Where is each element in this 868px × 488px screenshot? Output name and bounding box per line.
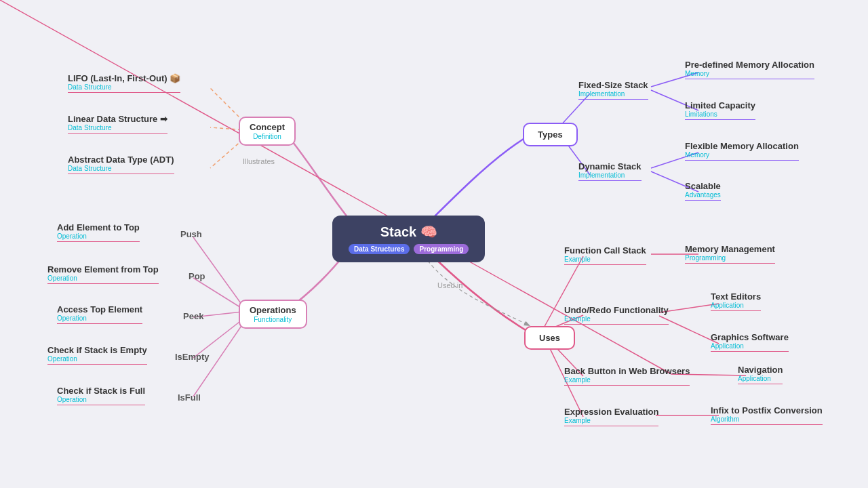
concept-sub: Definition — [250, 133, 285, 140]
leaf-peek: Access Top Element Operation — [57, 304, 142, 324]
memory-mgmt-sub: Programming — [685, 254, 726, 262]
leaf-graphics: Graphics Software Application — [711, 332, 789, 352]
undo-redo-sub: Example — [564, 315, 591, 323]
isempty-sub: Operation — [47, 355, 77, 363]
predefined-sub: Memory — [685, 70, 709, 77]
limited-sub: Limitations — [685, 110, 717, 118]
scalable-sub: Advantages — [685, 191, 721, 199]
dynamic-label: Dynamic Stack — [578, 161, 642, 171]
types-node: Types — [523, 123, 578, 146]
navigation-sub: Application — [738, 375, 771, 382]
leaf-scalable: Scalable Advantages — [685, 181, 721, 201]
adt-sub: Data Structure — [68, 165, 111, 172]
pop-desc: Remove Element from Top — [47, 264, 159, 274]
svg-line-4 — [193, 278, 242, 308]
function-call-node: Function Call Stack Example — [564, 245, 646, 265]
lifo-label: LIFO (Last-In, First-Out) 📦 — [68, 73, 180, 83]
fixed-size-node: Fixed-Size Stack Implementation — [578, 80, 648, 100]
uses-title: Uses — [539, 333, 560, 343]
push-label: Push — [180, 229, 202, 239]
operations-sub: Functionality — [250, 316, 296, 323]
expression-eval-node: Expression Evaluation Example — [564, 407, 658, 426]
types-title: Types — [538, 129, 563, 140]
push-sub: Operation — [57, 232, 87, 240]
fixed-size-label: Fixed-Size Stack — [578, 80, 648, 90]
undo-redo-label: Undo/Redo Functionality — [564, 305, 669, 315]
pop-label: Pop — [189, 271, 205, 281]
peek-label: Peek — [183, 311, 203, 321]
peek-desc: Access Top Element — [57, 304, 142, 314]
isempty-desc: Check if Stack is Empty — [47, 345, 147, 355]
leaf-memory-mgmt: Memory Management Programming — [685, 244, 775, 264]
leaf-linear: Linear Data Structure ➡ Data Structure — [68, 114, 167, 134]
tag-programming: Programming — [414, 244, 469, 254]
function-call-label: Function Call Stack — [564, 245, 646, 256]
leaf-lifo: LIFO (Last-In, First-Out) 📦 Data Structu… — [68, 73, 180, 93]
expression-eval-sub: Example — [564, 417, 591, 424]
flexible-sub: Memory — [685, 151, 709, 159]
navigation-label: Navigation — [738, 365, 783, 375]
graphics-label: Graphics Software — [711, 332, 789, 342]
linear-sub: Data Structure — [68, 124, 111, 131]
back-button-sub: Example — [564, 376, 591, 384]
memory-mgmt-label: Memory Management — [685, 244, 775, 254]
infix-sub: Algorithm — [711, 415, 739, 423]
back-button-node: Back Button in Web Browsers Example — [564, 366, 690, 386]
lifo-sub: Data Structure — [68, 83, 111, 91]
linear-label: Linear Data Structure ➡ — [68, 114, 167, 124]
center-node: Stack 🧠 Data Structures Programming — [332, 216, 485, 262]
infix-label: Infix to Postfix Conversion — [711, 405, 823, 415]
concept-title: Concept — [250, 122, 285, 132]
limited-label: Limited Capacity — [685, 100, 755, 110]
leaf-flexible: Flexible Memory Allocation Memory — [685, 141, 799, 161]
flexible-label: Flexible Memory Allocation — [685, 141, 799, 151]
leaf-text-editors: Text Editors Application — [711, 291, 761, 311]
leaf-push: Add Element to Top Operation — [57, 222, 140, 242]
text-editors-sub: Application — [711, 302, 744, 309]
leaf-pop: Remove Element from Top Operation — [47, 264, 159, 284]
leaf-isfull: Check if Stack is Full Operation — [57, 386, 145, 405]
leaf-adt: Abstract Data Type (ADT) Data Structure — [68, 155, 174, 174]
isempty-label: IsEmpty — [175, 352, 210, 362]
isfull-label: IsFull — [178, 392, 201, 403]
dynamic-node: Dynamic Stack Implementation — [578, 161, 642, 181]
dynamic-sub: Implementation — [578, 171, 625, 179]
uses-node: Uses — [524, 326, 575, 350]
pop-sub: Operation — [47, 274, 77, 282]
isfull-desc: Check if Stack is Full — [57, 386, 145, 396]
center-title: Stack 🧠 — [380, 224, 437, 240]
tag-data-structures: Data Structures — [349, 244, 410, 254]
fixed-size-sub: Implementation — [578, 90, 625, 98]
predefined-label: Pre-defined Memory Allocation — [685, 60, 814, 70]
operations-node: Operations Functionality — [239, 300, 307, 329]
function-call-sub: Example — [564, 256, 591, 263]
peek-sub: Operation — [57, 314, 87, 322]
undo-redo-node: Undo/Redo Functionality Example — [564, 305, 669, 325]
expression-eval-label: Expression Evaluation — [564, 407, 658, 417]
leaf-predefined: Pre-defined Memory Allocation Memory — [685, 60, 814, 79]
illustrates-label: Illustrates — [243, 157, 275, 165]
leaf-isempty: Check if Stack is Empty Operation — [47, 345, 147, 365]
leaf-navigation: Navigation Application — [738, 365, 783, 384]
back-button-label: Back Button in Web Browsers — [564, 366, 690, 376]
leaf-infix: Infix to Postfix Conversion Algorithm — [711, 405, 823, 425]
operations-title: Operations — [250, 305, 296, 315]
adt-label: Abstract Data Type (ADT) — [68, 155, 174, 165]
leaf-limited: Limited Capacity Limitations — [685, 100, 755, 120]
isfull-sub: Operation — [57, 396, 87, 403]
scalable-label: Scalable — [685, 181, 721, 191]
graphics-sub: Application — [711, 342, 744, 350]
text-editors-label: Text Editors — [711, 291, 761, 302]
used-in-label: Used in — [437, 281, 462, 289]
concept-node: Concept Definition — [239, 117, 296, 146]
push-desc: Add Element to Top — [57, 222, 140, 232]
